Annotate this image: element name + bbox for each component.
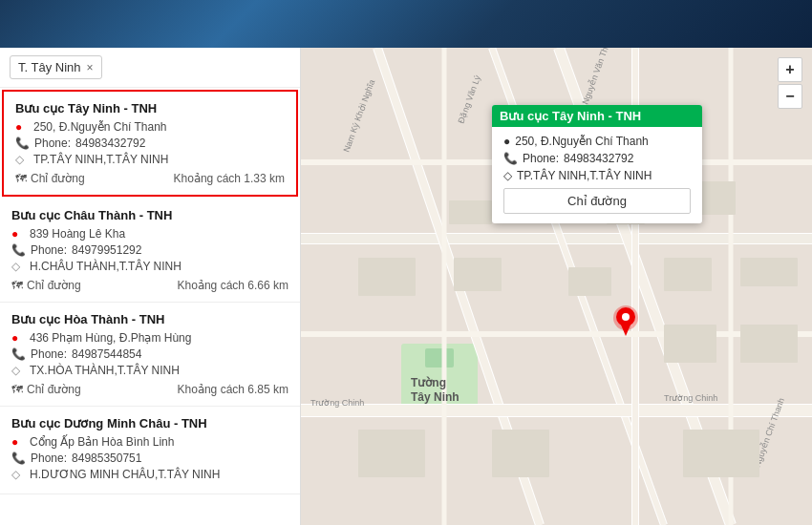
popup-address: 250, Đ.Nguyễn Chí Thanh [515,135,649,148]
result-address-row-3: ● Cổng Ấp Bản Hòa Bình Linh [11,435,288,449]
svg-text:Tây Ninh: Tây Ninh [411,390,459,404]
result-phone-row-1: 📞 Phone: 84979951292 [11,243,288,257]
result-footer-1: 🗺 Chỉ đường Khoảng cách 6.66 km [11,279,288,292]
distance-1: Khoảng cách 6.66 km [178,279,288,292]
result-phone-label-3: Phone: [31,452,67,465]
location-icon-2: ● [11,331,25,345]
top-banner [0,0,812,48]
svg-rect-37 [740,325,798,363]
popup-phone-label: Phone: [523,152,559,165]
result-region-row-3: ◇ H.DƯƠNG MINH CHÂU,T.TÂY NINH [11,468,288,481]
popup-phone-row: 📞 Phone: 84983432792 [503,152,691,165]
directions-label-0: Chỉ đường [31,172,85,185]
location-icon-1: ● [11,227,25,241]
distance-2: Khoảng cách 6.85 km [178,383,288,396]
svg-rect-31 [358,258,416,296]
location-icon-3: ● [11,435,25,449]
popup-title: Bưu cục Tây Ninh - TNH [492,105,702,127]
directions-label-1: Chỉ đường [27,279,81,292]
zoom-out-button[interactable]: − [778,84,802,109]
map-popup: Bưu cục Tây Ninh - TNH ● 250, Đ.Nguyễn C… [492,105,702,223]
result-footer-2: 🗺 Chỉ đường Khoảng cách 6.85 km [11,383,288,396]
svg-rect-38 [358,430,425,477]
popup-location-icon: ● [503,135,510,148]
result-address-0: 250, Đ.Nguyễn Chí Thanh [33,120,167,134]
result-region-1: H.CHÂU THÀNH,T.TÂY NINH [30,260,182,273]
result-region-2: TX.HÒA THÀNH,T.TÂY NINH [30,364,180,377]
svg-rect-35 [740,258,798,286]
result-address-1: 839 Hoàng Lê Kha [30,227,125,241]
close-icon[interactable]: × [87,61,94,74]
result-address-row-1: ● 839 Hoàng Lê Kha [11,227,288,241]
distance-0: Khoảng cách 1.33 km [174,172,285,185]
svg-text:Trường Chinh: Trường Chinh [664,393,717,403]
result-phone-2: 84987544854 [72,347,141,361]
directions-icon-1: 🗺 [11,279,23,292]
result-phone-row-3: 📞 Phone: 84985350751 [11,452,288,465]
search-input[interactable] [108,60,290,74]
tag-icon-0: ◇ [15,153,29,166]
popup-directions-btn[interactable]: Chỉ đường [503,188,691,214]
result-phone-label-0: Phone: [34,136,71,150]
sidebar: T. Tây Ninh × Bưu cục Tây Ninh - TNH ● 2… [0,48,301,525]
map-area[interactable]: Nam Ký Khởi Nghĩa Đặng Văn Lý Nguyễn Văn… [301,48,812,525]
directions-icon-2: 🗺 [11,383,23,396]
location-icon-0: ● [15,120,29,134]
directions-btn-0[interactable]: 🗺 Chỉ đường [15,172,85,185]
phone-icon-1: 📞 [11,243,26,257]
search-tag-label: T. Tây Ninh [18,60,81,74]
svg-rect-2 [425,348,454,368]
result-title-3: Bưu cục Dương Minh Châu - TNH [11,416,288,430]
popup-phone-icon: 📞 [503,152,518,165]
main-container: T. Tây Ninh × Bưu cục Tây Ninh - TNH ● 2… [0,48,812,525]
result-item-duong-minh-chau[interactable]: Bưu cục Dương Minh Châu - TNH ● Cổng Ấp … [0,407,300,494]
result-phone-0: 84983432792 [75,136,145,150]
tag-icon-3: ◇ [11,468,25,481]
phone-icon-2: 📞 [11,347,26,361]
result-phone-row-2: 📞 Phone: 84987544854 [11,347,288,361]
directions-icon-0: 🗺 [15,172,27,185]
result-region-3: H.DƯƠNG MINH CHÂU,T.TÂY NINH [30,468,220,481]
result-item-hoa-thanh[interactable]: Bưu cục Hòa Thành - TNH ● 436 Phạm Hùng,… [0,303,300,407]
zoom-in-button[interactable]: + [778,57,802,82]
directions-btn-2[interactable]: 🗺 Chỉ đường [11,383,81,396]
popup-phone: 84983432792 [564,152,633,165]
result-title-tay-ninh: Bưu cục Tây Ninh - TNH [15,101,285,116]
popup-region-row: ◇ TP.TÂY NINH,T.TÂY NINH [503,169,691,182]
svg-rect-32 [454,258,502,291]
search-tag[interactable]: T. Tây Ninh × [10,55,102,79]
popup-region: TP.TÂY NINH,T.TÂY NINH [517,169,652,182]
svg-rect-33 [568,267,611,296]
map-pin [611,304,640,344]
result-region-row-1: ◇ H.CHÂU THÀNH,T.TÂY NINH [11,260,288,273]
popup-tag-icon: ◇ [503,169,512,182]
result-phone-label-1: Phone: [31,243,67,257]
tag-icon-1: ◇ [11,260,25,273]
phone-icon-3: 📞 [11,452,26,465]
result-phone-1: 84979951292 [72,243,141,257]
result-address-row-2: ● 436 Phạm Hùng, Đ.Phạm Hùng [11,331,288,345]
svg-point-43 [622,313,630,321]
popup-address-row: ● 250, Đ.Nguyễn Chí Thanh [503,135,691,148]
result-phone-label-2: Phone: [31,347,67,361]
directions-label-2: Chỉ đường [27,383,81,396]
result-region-row-0: ◇ TP.TÂY NINH,T.TÂY NINH [15,153,285,166]
results-list: Bưu cục Tây Ninh - TNH ● 250, Đ.Nguyễn C… [0,88,300,525]
result-region-row-2: ◇ TX.HÒA THÀNH,T.TÂY NINH [11,364,288,377]
directions-btn-1[interactable]: 🗺 Chỉ đường [11,279,81,292]
result-item-chau-thanh[interactable]: Bưu cục Châu Thành - TNH ● 839 Hoàng Lê … [0,199,300,303]
svg-rect-34 [664,258,712,291]
phone-icon-0: 📞 [15,136,30,150]
svg-text:Tường: Tường [411,376,446,389]
svg-text:Trường Chinh: Trường Chinh [310,398,364,408]
result-phone-row-0: 📞 Phone: 84983432792 [15,136,285,150]
result-phone-3: 84985350751 [72,452,141,465]
result-item-tay-ninh[interactable]: Bưu cục Tây Ninh - TNH ● 250, Đ.Nguyễn C… [2,90,298,197]
tag-icon-2: ◇ [11,364,25,377]
result-title-2: Bưu cục Hòa Thành - TNH [11,312,288,326]
svg-rect-40 [683,430,759,477]
map-controls: + − [778,57,802,109]
result-address-2: 436 Phạm Hùng, Đ.Phạm Hùng [30,331,191,345]
svg-rect-39 [492,430,549,477]
result-title-1: Bưu cục Châu Thành - TNH [11,208,288,222]
